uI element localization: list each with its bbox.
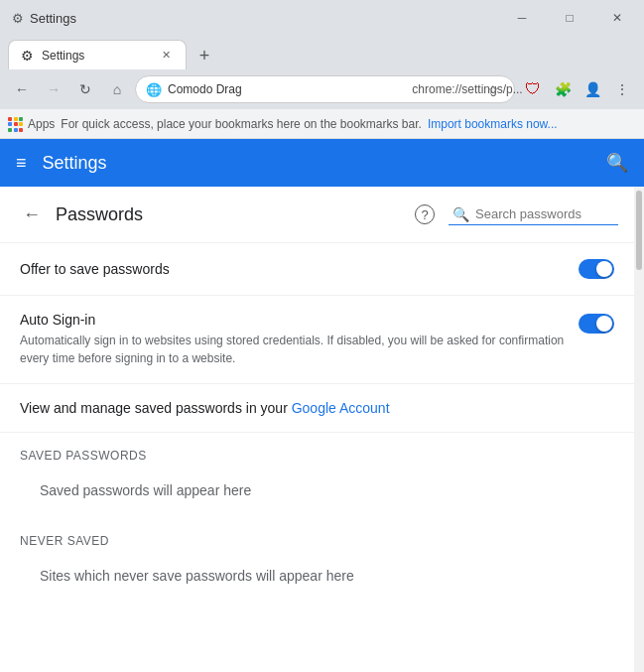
tab-close-button[interactable]: ✕ bbox=[158, 48, 174, 64]
apps-grid-icon bbox=[8, 117, 22, 131]
apps-dot-8 bbox=[14, 128, 18, 132]
help-button[interactable]: ? bbox=[409, 199, 441, 230]
shield-extension-button[interactable]: 🛡 bbox=[519, 75, 547, 103]
back-to-settings-button[interactable]: ← bbox=[16, 199, 48, 230]
auto-signin-knob bbox=[596, 316, 612, 332]
more-menu-button[interactable]: ⋮ bbox=[608, 75, 636, 103]
browser-actions: 🛡 🧩 👤 ⋮ bbox=[519, 75, 636, 103]
profile-icon: 👤 bbox=[584, 81, 601, 97]
offer-save-passwords-label: Offer to save passwords bbox=[20, 261, 579, 277]
home-nav-button[interactable]: ⌂ bbox=[103, 75, 131, 103]
tab-label: Settings bbox=[42, 49, 150, 63]
auto-signin-label: Auto Sign-in bbox=[20, 312, 579, 328]
maximize-button[interactable]: □ bbox=[547, 0, 592, 36]
settings-title: Settings bbox=[43, 153, 606, 174]
main-content: ← Passwords ? 🔍 Offer to save passwords … bbox=[0, 187, 634, 672]
saved-passwords-header: Saved Passwords bbox=[0, 433, 634, 470]
scrollbar-thumb[interactable] bbox=[636, 191, 642, 270]
new-tab-button[interactable]: + bbox=[191, 42, 218, 69]
address-bar[interactable]: 🌐 Comodo Drag chrome://settings/p... ☆ bbox=[135, 75, 515, 103]
address-actions: chrome://settings/p... ☆ bbox=[456, 78, 504, 100]
tab-icon: ⚙ bbox=[12, 11, 24, 26]
forward-nav-button[interactable]: → bbox=[40, 75, 67, 103]
google-account-text: View and manage saved passwords in your bbox=[20, 400, 288, 416]
minimize-button[interactable]: ─ bbox=[499, 0, 545, 36]
content-area: ← Passwords ? 🔍 Offer to save passwords … bbox=[0, 187, 644, 672]
offer-save-passwords-toggle[interactable] bbox=[579, 259, 614, 279]
refresh-nav-button[interactable]: ↻ bbox=[71, 75, 99, 103]
title-bar: ⚙ Settings ─ □ ✕ bbox=[0, 0, 644, 36]
tab-favicon: ⚙ bbox=[21, 48, 34, 64]
apps-dot-1 bbox=[8, 117, 12, 121]
more-menu-icon: ⋮ bbox=[615, 81, 629, 97]
address-domain: Comodo Drag bbox=[168, 82, 451, 96]
apps-label[interactable]: Apps bbox=[28, 117, 55, 131]
never-saved-empty: Sites which never save passwords will ap… bbox=[0, 556, 634, 596]
back-nav-button[interactable]: ← bbox=[8, 75, 36, 103]
settings-search-icon[interactable]: 🔍 bbox=[606, 152, 628, 174]
tab-title: Settings bbox=[30, 11, 76, 26]
search-passwords-icon: 🔍 bbox=[452, 206, 469, 222]
apps-dot-9 bbox=[19, 128, 23, 132]
search-passwords-container[interactable]: 🔍 bbox=[449, 204, 618, 225]
offer-save-passwords-knob bbox=[596, 261, 612, 277]
extensions-button[interactable]: 🧩 bbox=[549, 75, 577, 103]
bookmarks-bar: Apps For quick access, place your bookma… bbox=[0, 109, 644, 139]
tab-bar: ⚙ Settings ✕ + bbox=[0, 36, 644, 69]
apps-dot-4 bbox=[8, 122, 12, 126]
window-controls: ─ □ ✕ bbox=[499, 0, 640, 36]
auto-signin-text: Auto Sign-in Automatically sign in to we… bbox=[20, 312, 579, 367]
apps-dot-3 bbox=[19, 117, 23, 121]
settings-header: ≡ Settings 🔍 bbox=[0, 139, 644, 187]
help-circle-icon: ? bbox=[415, 204, 435, 224]
never-saved-section: Never Saved Sites which never save passw… bbox=[0, 518, 634, 596]
apps-dot-5 bbox=[14, 122, 18, 126]
auto-signin-desc: Automatically sign in to websites using … bbox=[20, 332, 579, 367]
security-icon: 🌐 bbox=[146, 82, 162, 97]
scrollbar-track[interactable] bbox=[634, 187, 644, 672]
search-passwords-input[interactable] bbox=[475, 206, 614, 221]
import-bookmarks-link[interactable]: Import bookmarks now... bbox=[428, 117, 558, 131]
saved-passwords-empty: Saved passwords will appear here bbox=[0, 470, 634, 510]
passwords-top-bar: ← Passwords ? 🔍 bbox=[0, 187, 634, 243]
auto-signin-toggle[interactable] bbox=[579, 314, 614, 334]
close-button[interactable]: ✕ bbox=[594, 0, 640, 36]
active-tab[interactable]: ⚙ Settings ✕ bbox=[8, 40, 187, 69]
never-saved-header: Never Saved bbox=[0, 518, 634, 556]
profile-button[interactable]: 👤 bbox=[579, 75, 606, 103]
saved-passwords-section: Saved Passwords Saved passwords will app… bbox=[0, 433, 634, 510]
quick-access-text: For quick access, place your bookmarks h… bbox=[61, 117, 422, 131]
shield-icon: 🛡 bbox=[525, 80, 541, 98]
google-account-row: View and manage saved passwords in your … bbox=[0, 384, 634, 433]
extensions-icon: 🧩 bbox=[555, 81, 572, 97]
auto-signin-row: Auto Sign-in Automatically sign in to we… bbox=[0, 296, 634, 384]
google-account-link[interactable]: Google Account bbox=[292, 400, 390, 416]
address-bar-row: ← → ↻ ⌂ 🌐 Comodo Drag chrome://settings/… bbox=[0, 69, 644, 109]
apps-dot-6 bbox=[19, 122, 23, 126]
offer-save-passwords-row: Offer to save passwords bbox=[0, 243, 634, 296]
page-heading: Passwords bbox=[56, 204, 401, 225]
offer-save-passwords-text: Offer to save passwords bbox=[20, 261, 579, 277]
apps-dot-2 bbox=[14, 117, 18, 121]
apps-dot-7 bbox=[8, 128, 12, 132]
hamburger-menu-icon[interactable]: ≡ bbox=[16, 153, 27, 174]
back-arrow-icon: ← bbox=[23, 204, 41, 225]
bookmark-star-icon[interactable]: ☆ bbox=[482, 78, 504, 100]
address-url: chrome://settings/p... bbox=[456, 78, 478, 100]
